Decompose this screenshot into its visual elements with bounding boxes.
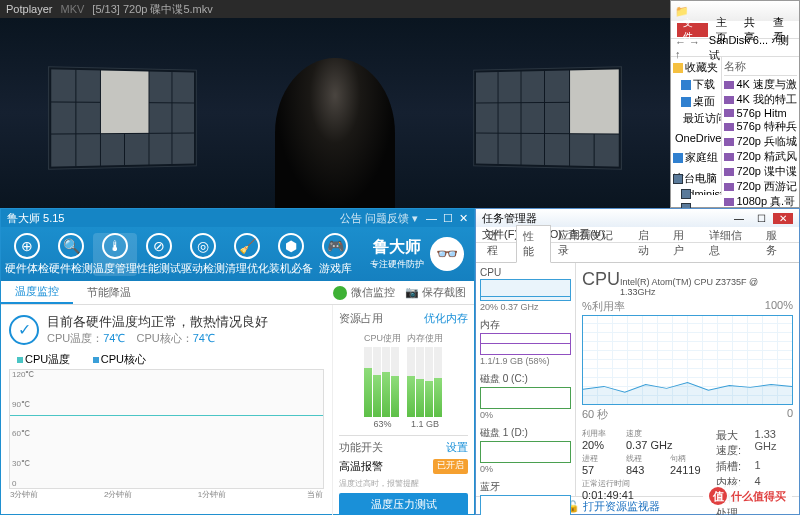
- tab-temp-monitor[interactable]: 温度监控: [1, 281, 73, 304]
- tab-进程[interactable]: 进程: [480, 224, 516, 262]
- brand-slogan: 专注硬件防护: [370, 258, 424, 271]
- ludashi-titlebar[interactable]: 鲁大师 5.15 公告 问题反馈 ▾ — ☐ ✕: [1, 209, 474, 227]
- tool-驱动检测[interactable]: ◎驱动检测: [181, 233, 225, 276]
- funcs-settings-link[interactable]: 设置: [446, 440, 468, 455]
- video-area[interactable]: [0, 18, 670, 208]
- potplayer-titlebar[interactable]: Potplayer MKV [5/13] 720p 碟中谍5.mkv: [0, 0, 670, 18]
- check-icon: ✓: [9, 315, 39, 345]
- desktop-icon: [681, 97, 691, 107]
- temp-stress-test-button[interactable]: 温度压力测试: [339, 493, 468, 515]
- enabled-badge[interactable]: 已开启: [433, 459, 468, 474]
- tool-icon: 🔍: [58, 233, 84, 259]
- file-item[interactable]: 720p 兵临城: [724, 134, 797, 149]
- explorer-filelist[interactable]: 名称 4K 速度与激4K 我的特工576p Hitm576p 特种兵720p 兵…: [722, 57, 799, 195]
- tab-用户[interactable]: 用户: [666, 224, 702, 262]
- ludashi-brand: 鲁大师 专注硬件防护 👓: [370, 237, 470, 271]
- tool-icon: 🎮: [322, 233, 348, 259]
- video-person: [275, 58, 395, 208]
- download-icon: [681, 80, 691, 90]
- close-button[interactable]: ✕: [459, 212, 468, 225]
- nav-arrows[interactable]: ← → ↑: [675, 36, 707, 60]
- chart-legend: CPU温度 CPU核心: [17, 352, 324, 367]
- tree-homegroup[interactable]: 家庭组: [685, 150, 718, 165]
- tab-性能[interactable]: 性能: [516, 225, 552, 263]
- tab-power-save[interactable]: 节能降温: [73, 281, 145, 304]
- stat-label: 句柄: [670, 453, 706, 464]
- stat-label: 进程: [582, 453, 618, 464]
- tool-清理优化[interactable]: 🧹清理优化: [225, 233, 269, 276]
- tab-应用历史记录[interactable]: 应用历史记录: [551, 224, 630, 262]
- perf-item-磁盘 1 (D:)[interactable]: 磁盘 1 (D:)0%: [480, 426, 571, 474]
- alarm-desc: 温度过高时，报警提醒: [339, 478, 468, 489]
- close-button[interactable]: ✕: [773, 213, 793, 224]
- axis-label: 0: [787, 407, 793, 422]
- watermark-icon: 值: [709, 487, 727, 505]
- minimize-button[interactable]: —: [426, 212, 437, 225]
- tab-详细信息[interactable]: 详细信息: [702, 224, 759, 262]
- perf-item-磁盘 0 (C:)[interactable]: 磁盘 0 (C:)0%: [480, 372, 571, 420]
- video-file-icon: [724, 198, 734, 206]
- wechat-icon[interactable]: [333, 286, 347, 300]
- file-item[interactable]: 576p Hitm: [724, 107, 797, 119]
- file-item[interactable]: 720p 谍中谍: [724, 164, 797, 179]
- tree-onedrive[interactable]: OneDrive: [675, 132, 721, 144]
- tool-硬件检测[interactable]: 🔍硬件检测: [49, 233, 93, 276]
- tree-item[interactable]: 最近访问的位置: [683, 111, 722, 126]
- optimize-memory-link[interactable]: 优化内存: [424, 311, 468, 326]
- save-screenshot-link[interactable]: 📷 保存截图: [405, 285, 466, 300]
- tool-游戏库[interactable]: 🎮游戏库: [313, 233, 357, 276]
- tab-启动[interactable]: 启动: [631, 224, 667, 262]
- cpu-chart[interactable]: [582, 315, 793, 405]
- stat-value: 0.37 GHz: [626, 439, 672, 451]
- tree-favorites[interactable]: 收藏夹: [685, 60, 718, 75]
- video-file-icon: [724, 81, 734, 89]
- potplayer-window: Potplayer MKV [5/13] 720p 碟中谍5.mkv: [0, 0, 670, 208]
- funcs-title: 功能开关: [339, 440, 383, 455]
- mem-usage-value: 1.1 GB: [407, 419, 443, 429]
- minimize-button[interactable]: —: [729, 213, 749, 224]
- tree-item[interactable]: 桌面: [693, 94, 715, 109]
- tool-icon: ⊘: [146, 233, 172, 259]
- user-icon: [681, 189, 691, 195]
- temp-chart: 120℃ 90℃ 60℃ 30℃ 0 3分钟前 2分钟前 1分钟前 当前: [9, 369, 324, 489]
- file-item[interactable]: 4K 我的特工: [724, 92, 797, 107]
- maximize-button[interactable]: ☐: [751, 213, 771, 224]
- file-item[interactable]: 720p 西游记: [724, 179, 797, 194]
- file-item[interactable]: 4K 速度与激: [724, 77, 797, 92]
- file-item[interactable]: 576p 特种兵: [724, 119, 797, 134]
- tool-硬件体检[interactable]: ⊕硬件体检: [5, 233, 49, 276]
- star-icon: [673, 63, 683, 73]
- column-header-name[interactable]: 名称: [724, 59, 797, 76]
- mem-usage-label: 内存使用: [407, 332, 443, 345]
- ludashi-title-links[interactable]: 公告 问题反馈 ▾: [340, 211, 418, 226]
- video-file-icon: [724, 168, 734, 176]
- perf-item-内存[interactable]: 内存1.1/1.9 GB (58%): [480, 318, 571, 366]
- tool-性能测试[interactable]: ⊘性能测试: [137, 233, 181, 276]
- tool-icon: ⬢: [278, 233, 304, 259]
- stat-value: 24119: [670, 464, 706, 476]
- tool-icon: 🌡: [102, 233, 128, 259]
- status-subtitle: CPU温度：74℃ CPU核心：74℃: [47, 331, 268, 346]
- file-item[interactable]: 720p 精武风: [724, 149, 797, 164]
- ludashi-main: ✓ 目前各硬件温度均正常，散热情况良好 CPU温度：74℃ CPU核心：74℃ …: [1, 305, 332, 515]
- taskmgr-sidebar[interactable]: CPU20% 0.37 GHz内存1.1/1.9 GB (58%)磁盘 0 (C…: [476, 263, 576, 496]
- open-resmon-link[interactable]: 🔓 打开资源监视器: [566, 499, 660, 514]
- perf-item-蓝牙[interactable]: 蓝牙未连接: [480, 480, 571, 515]
- ludashi-title: 鲁大师 5.15: [7, 211, 64, 226]
- taskmgr-main: CPU Intel(R) Atom(TM) CPU Z3735F @ 1.33G…: [576, 263, 799, 496]
- tab-服务[interactable]: 服务: [759, 224, 795, 262]
- video-file-icon: [724, 138, 734, 146]
- tool-icon: 🧹: [234, 233, 260, 259]
- perf-item-CPU[interactable]: CPU20% 0.37 GHz: [480, 267, 571, 312]
- tool-装机必备[interactable]: ⬢装机必备: [269, 233, 313, 276]
- explorer-window: 📁 文件 主页 共享 查看 ← → ↑ SanDisk 6... › 测试 收藏…: [670, 0, 800, 208]
- explorer-file-tab[interactable]: 文件: [677, 23, 708, 37]
- tool-温度管理[interactable]: 🌡温度管理: [93, 233, 137, 276]
- file-item[interactable]: 1080p 真.哥: [724, 194, 797, 209]
- axis-label: 100%: [765, 299, 793, 314]
- explorer-pathbar[interactable]: ← → ↑ SanDisk 6... › 测试: [671, 39, 799, 57]
- tree-item[interactable]: 下载: [693, 77, 715, 92]
- wechat-monitor-link[interactable]: 微信监控: [351, 285, 395, 300]
- explorer-tree[interactable]: 收藏夹 下载 桌面 最近访问的位置 OneDrive 家庭组 这台电脑 Admi…: [671, 57, 722, 195]
- maximize-button[interactable]: ☐: [443, 212, 453, 225]
